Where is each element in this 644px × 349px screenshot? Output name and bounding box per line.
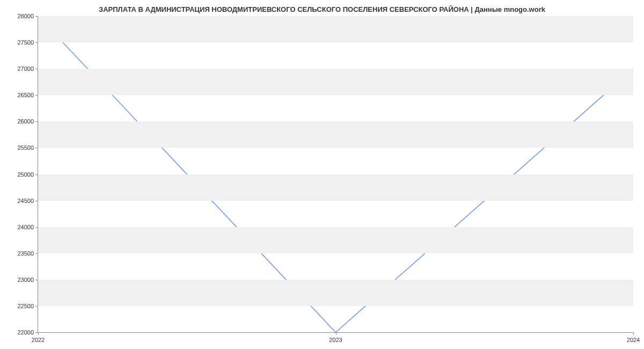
y-axis-label: 24000: [17, 224, 34, 230]
y-axis-label: 24500: [17, 198, 34, 204]
chart-container: ЗАРПЛАТА В АДМИНИСТРАЦИЯ НОВОДМИТРИЕВСКО…: [0, 0, 644, 349]
y-tick: [35, 121, 38, 122]
grid-band: [38, 16, 633, 42]
y-axis-label: 25500: [17, 144, 34, 151]
y-tick: [35, 148, 38, 148]
grid-band: [38, 280, 633, 306]
grid-band: [38, 121, 633, 148]
y-axis-label: 26500: [17, 92, 34, 98]
x-tick: [633, 332, 634, 335]
y-axis-label: 26000: [17, 118, 34, 125]
grid-band: [38, 69, 633, 95]
y-tick: [35, 16, 38, 17]
y-axis-label: 23000: [17, 277, 34, 283]
y-tick: [35, 201, 38, 201]
x-tick: [38, 332, 39, 335]
chart-title: ЗАРПЛАТА В АДМИНИСТРАЦИЯ НОВОДМИТРИЕВСКО…: [0, 0, 644, 16]
y-tick: [35, 253, 38, 254]
y-tick: [35, 306, 38, 307]
y-tick: [35, 227, 38, 228]
x-axis-label: 2024: [627, 337, 640, 343]
x-axis-label: 2023: [329, 337, 342, 343]
y-axis-label: 27500: [17, 39, 34, 46]
grid-band: [38, 174, 633, 201]
y-tick: [35, 280, 38, 280]
x-axis-label: 2022: [32, 337, 45, 343]
plot-area: 2200022500230002350024000245002500025500…: [38, 16, 633, 333]
y-axis-label: 23500: [17, 250, 34, 257]
y-axis-label: 25000: [17, 171, 34, 178]
y-tick: [35, 69, 38, 69]
y-tick: [35, 174, 38, 175]
y-tick: [35, 95, 38, 96]
y-axis-label: 22000: [17, 329, 34, 336]
y-tick: [35, 42, 38, 43]
x-tick: [336, 332, 336, 335]
grid-band: [38, 227, 633, 253]
y-axis-label: 28000: [17, 13, 34, 19]
y-axis-label: 27000: [17, 66, 34, 72]
y-axis-label: 22500: [17, 303, 34, 309]
